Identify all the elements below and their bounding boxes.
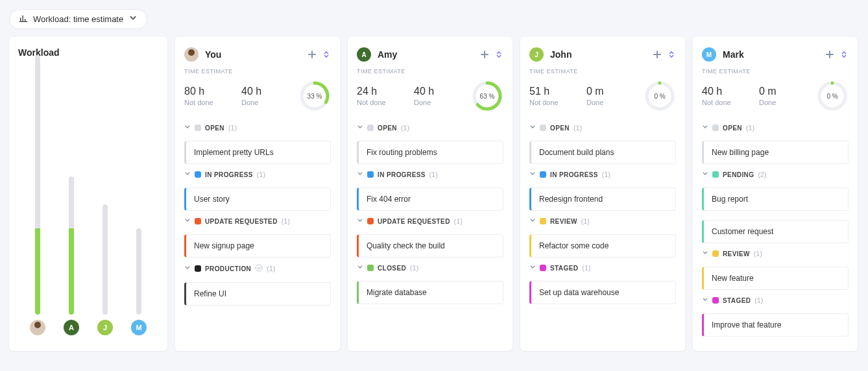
section-header-open[interactable]: OPEN (1) [529, 124, 676, 132]
task-card[interactable]: Fix 404 error [357, 187, 503, 211]
section-header-update[interactable]: UPDATE REQUESTED (1) [184, 217, 331, 225]
status-color [195, 218, 201, 224]
not-done-value: 51 h [529, 86, 581, 97]
section-header-open[interactable]: OPEN (1) [184, 124, 331, 132]
avatar: J [529, 47, 544, 62]
task-card[interactable]: Customer request [702, 220, 849, 243]
section-label: PENDING [723, 171, 754, 178]
section-header-review[interactable]: REVIEW (1) [529, 217, 676, 225]
task-card[interactable]: Refactor some code [529, 234, 676, 257]
add-task-button[interactable] [825, 50, 834, 59]
user-panel-amy: AAmyTIME ESTIMATE24 hNot done40 hDone63 … [348, 37, 512, 351]
done-label: Done [759, 99, 811, 106]
progress-pct: 63 % [471, 80, 503, 112]
status-color [195, 125, 201, 131]
collapse-button[interactable] [494, 50, 503, 59]
task-card[interactable]: Fix routing problems [357, 141, 503, 164]
section-header-staged[interactable]: STAGED (1) [702, 296, 849, 304]
collapse-button[interactable] [322, 50, 331, 59]
status-color [712, 125, 719, 131]
status-color [712, 250, 719, 257]
workload-bar-john[interactable]: J [92, 55, 118, 335]
chevron-down-icon [702, 250, 708, 257]
not-done-label: Not done [184, 99, 236, 106]
section-header-closed[interactable]: CLOSED (1) [357, 264, 503, 272]
workload-bar-mark[interactable]: M [126, 55, 152, 335]
section-header-update[interactable]: UPDATE REQUESTED (1) [357, 217, 503, 225]
add-task-button[interactable] [307, 50, 317, 59]
section-label: UPDATE REQUESTED [205, 218, 278, 225]
task-card[interactable]: New billing page [702, 141, 849, 164]
status-color [367, 125, 374, 131]
workload-chart: AJM [18, 68, 158, 341]
section-count: (1) [746, 125, 754, 132]
chart-bar-icon [19, 14, 28, 25]
status-color [712, 171, 719, 178]
task-card[interactable]: Redesign frontend [529, 187, 676, 211]
workload-bar-amy[interactable]: A [58, 55, 84, 335]
task-card[interactable]: Set up data warehouse [529, 281, 676, 304]
section-header-prod[interactable]: PRODUCTION (1) [184, 264, 331, 273]
section-header-inprog[interactable]: IN PROGRESS (1) [184, 171, 331, 178]
section-header-inprog[interactable]: IN PROGRESS (1) [357, 171, 503, 178]
progress-pct: 33 % [298, 80, 331, 112]
collapse-button[interactable] [667, 50, 676, 59]
collapse-button[interactable] [839, 50, 849, 59]
bar-notdone [69, 176, 74, 228]
add-task-button[interactable] [653, 50, 662, 59]
status-color [367, 265, 374, 271]
status-color [367, 171, 374, 178]
section-count: (2) [758, 171, 766, 178]
chevron-down-icon [357, 124, 363, 132]
done-label: Done [586, 99, 638, 106]
section-label: STAGED [550, 265, 578, 272]
task-card[interactable]: Improve that feature [702, 313, 849, 337]
section-label: OPEN [378, 125, 397, 132]
avatar [184, 47, 199, 62]
task-card[interactable]: Quality check the build [357, 234, 503, 257]
section-header-inprog[interactable]: IN PROGRESS (1) [529, 171, 676, 178]
avatar: A [357, 47, 371, 62]
task-card[interactable]: New signup page [184, 234, 331, 257]
subtitle: TIME ESTIMATE [529, 68, 676, 75]
task-card[interactable]: Refine UI [184, 282, 331, 305]
chevron-down-icon [357, 171, 363, 178]
progress-donut: 33 % [298, 80, 331, 112]
section-header-review[interactable]: REVIEW (1) [702, 250, 849, 257]
check-icon [255, 264, 263, 273]
chevron-down-icon [357, 217, 363, 225]
status-color [540, 218, 546, 224]
subtitle: TIME ESTIMATE [702, 68, 849, 75]
section-header-open[interactable]: OPEN (1) [702, 124, 849, 132]
section-label: IN PROGRESS [550, 171, 598, 178]
chevron-down-icon [529, 124, 536, 132]
done-label: Done [414, 99, 466, 106]
task-card[interactable]: New feature [702, 267, 849, 290]
section-header-open[interactable]: OPEN (1) [357, 124, 503, 132]
chevron-down-icon [529, 171, 536, 178]
status-color [367, 218, 374, 224]
workload-bar-you[interactable] [25, 55, 51, 335]
bar-notdone [102, 204, 108, 315]
bar-notdone [35, 55, 40, 228]
section-count: (1) [257, 171, 265, 178]
task-card[interactable]: Migrate database [357, 281, 503, 304]
task-card[interactable]: Document build plans [529, 141, 676, 164]
view-selector[interactable]: Workload: time estimate [9, 9, 147, 29]
task-card[interactable]: User story [184, 187, 331, 211]
section-header-pending[interactable]: PENDING (2) [702, 171, 849, 178]
task-card[interactable]: Implement pretty URLs [184, 141, 331, 164]
avatar: A [64, 320, 79, 335]
task-card[interactable]: Bug report [702, 187, 849, 211]
progress-pct: 0 % [644, 80, 676, 112]
section-count: (1) [573, 125, 582, 132]
add-task-button[interactable] [480, 50, 489, 59]
section-header-staged[interactable]: STAGED (1) [529, 264, 676, 272]
bar-done [69, 228, 74, 315]
avatar [30, 320, 45, 335]
not-done-value: 40 h [702, 86, 754, 97]
section-label: PRODUCTION [205, 265, 251, 272]
section-label: OPEN [205, 125, 224, 132]
subtitle: TIME ESTIMATE [184, 68, 331, 75]
section-label: CLOSED [378, 265, 406, 272]
